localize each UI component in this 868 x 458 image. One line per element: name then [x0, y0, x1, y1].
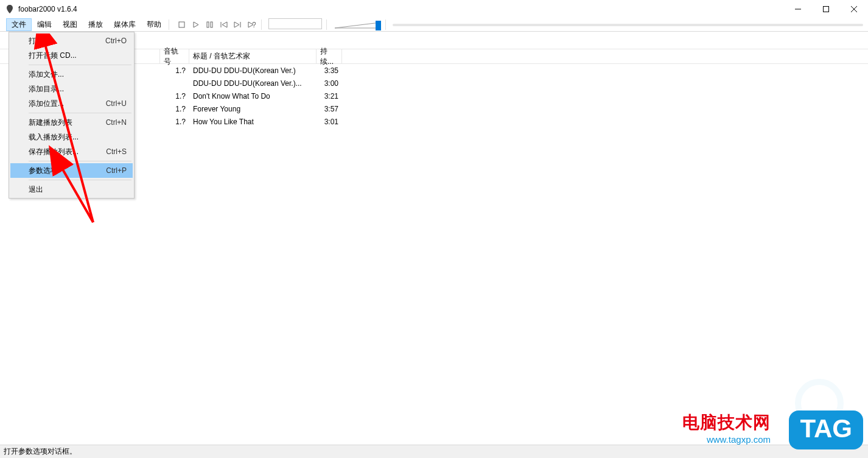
- svg-rect-7: [211, 22, 212, 27]
- order-selector[interactable]: [268, 18, 322, 29]
- title-bar: foobar2000 v1.6.4: [0, 0, 868, 18]
- menu-library[interactable]: 媒体库: [108, 18, 141, 31]
- svg-marker-5: [194, 22, 198, 27]
- volume-thumb[interactable]: [376, 21, 381, 30]
- volume-slider[interactable]: [331, 18, 383, 31]
- window-title: foobar2000 v1.6.4: [18, 5, 784, 13]
- svg-rect-6: [207, 22, 209, 27]
- svg-text:?: ?: [252, 21, 256, 28]
- menu-add-folder[interactable]: 添加目录...: [10, 82, 133, 96]
- col-title-artist[interactable]: 标题 / 音轨艺术家: [189, 49, 317, 63]
- seekbar[interactable]: [390, 18, 868, 31]
- menu-save-playlist[interactable]: 保存播放列表...Ctrl+S: [10, 144, 133, 159]
- menu-new-playlist[interactable]: 新建播放列表Ctrl+N: [10, 115, 133, 130]
- status-bar: 打开参数选项对话框。: [0, 445, 868, 458]
- random-icon[interactable]: ?: [247, 21, 256, 29]
- menu-help[interactable]: 帮助: [141, 18, 167, 31]
- playback-toolbar: ?: [173, 18, 259, 31]
- svg-marker-10: [234, 22, 239, 27]
- menu-playback[interactable]: 播放: [83, 18, 108, 31]
- close-button[interactable]: [840, 0, 868, 18]
- svg-marker-9: [222, 22, 227, 27]
- minimize-button[interactable]: [784, 0, 812, 18]
- menu-open-audio-cd[interactable]: 打开音频 CD...: [10, 48, 133, 63]
- app-icon: [5, 4, 15, 14]
- menu-bar: 文件 编辑 视图 播放 媒体库 帮助 ?: [0, 18, 868, 32]
- menu-view[interactable]: 视图: [57, 18, 83, 31]
- maximize-button[interactable]: [812, 0, 840, 18]
- prev-icon[interactable]: [219, 21, 228, 29]
- watermark-tag: TAG: [789, 410, 863, 449]
- play-icon[interactable]: [191, 21, 200, 29]
- menu-file[interactable]: 文件: [6, 18, 32, 31]
- menu-exit[interactable]: 退出: [10, 182, 133, 197]
- next-icon[interactable]: [233, 21, 242, 29]
- status-text: 打开参数选项对话框。: [4, 446, 77, 457]
- menu-preferences[interactable]: 参数选项Ctrl+P: [10, 163, 133, 178]
- menu-load-playlist[interactable]: 载入播放列表...: [10, 130, 133, 144]
- stop-icon[interactable]: [177, 21, 186, 29]
- svg-marker-14: [335, 23, 380, 28]
- svg-rect-4: [179, 22, 184, 27]
- svg-rect-1: [824, 6, 829, 12]
- menu-add-files[interactable]: 添加文件...: [10, 67, 133, 82]
- col-track-no[interactable]: 音轨号: [160, 49, 189, 63]
- menu-open[interactable]: 打开...Ctrl+O: [10, 33, 133, 48]
- window-controls: [784, 0, 868, 18]
- col-duration[interactable]: 持续...: [317, 49, 342, 63]
- menu-add-location[interactable]: 添加位置...Ctrl+U: [10, 96, 133, 111]
- pause-icon[interactable]: [205, 21, 214, 29]
- watermark-text: 电脑技术网 www.tagxp.com: [682, 411, 771, 445]
- menu-edit[interactable]: 编辑: [32, 18, 57, 31]
- file-menu-dropdown: 打开...Ctrl+O 打开音频 CD... 添加文件... 添加目录... 添…: [9, 32, 135, 199]
